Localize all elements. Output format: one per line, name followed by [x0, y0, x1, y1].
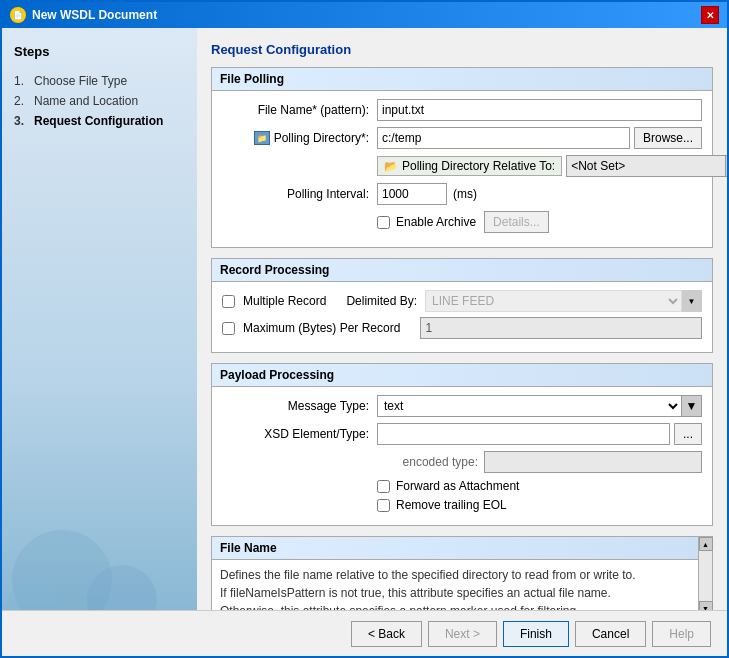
filename-label: File Name* (pattern): [222, 103, 377, 117]
info-panel: File Name Defines the file name relative… [211, 536, 713, 610]
polling-relative-inner: 📂 Polling Directory Relative To: [377, 156, 562, 176]
scroll-down-button[interactable]: ▼ [699, 601, 713, 610]
step-3-num: 3. [14, 114, 30, 128]
info-line-3: Otherwise, this attribute specifies a pa… [220, 602, 690, 610]
polling-interval-unit: (ms) [453, 187, 477, 201]
enable-archive-checkbox[interactable] [377, 216, 390, 229]
next-button[interactable]: Next > [428, 621, 497, 647]
relative-value-input [566, 155, 726, 177]
relative-dropdown-arrow[interactable]: ▼ [726, 155, 727, 177]
message-type-row: Message Type: text binary xml ▼ [222, 395, 702, 417]
info-panel-header: File Name [212, 537, 698, 560]
step-2-label: Name and Location [34, 94, 138, 108]
sidebar: Steps 1. Choose File Type 2. Name and Lo… [2, 28, 197, 610]
back-button[interactable]: < Back [351, 621, 422, 647]
browse-button[interactable]: Browse... [634, 127, 702, 149]
multiple-record-label: Multiple Record [243, 294, 326, 308]
scroll-up-button[interactable]: ▲ [699, 537, 713, 551]
xsd-row: XSD Element/Type: ... [222, 423, 702, 445]
polling-relative-row: 📂 Polling Directory Relative To: ▼ [377, 155, 702, 177]
max-bytes-label: Maximum (Bytes) Per Record [243, 321, 400, 335]
info-panel-text: Defines the file name relative to the sp… [212, 560, 698, 610]
xsd-input[interactable] [377, 423, 670, 445]
file-polling-body: File Name* (pattern): 📁 Polling Director… [212, 91, 712, 247]
payload-processing-body: Message Type: text binary xml ▼ XSD [212, 387, 712, 525]
xsd-label: XSD Element/Type: [222, 427, 377, 441]
file-polling-panel: File Polling File Name* (pattern): 📁 Pol… [211, 67, 713, 248]
step-3-label: Request Configuration [34, 114, 163, 128]
message-type-select-wrap: text binary xml ▼ [377, 395, 702, 417]
multiple-record-row: Multiple Record Delimited By: LINE FEED … [222, 290, 702, 312]
step-3: 3. Request Configuration [14, 111, 185, 131]
info-scrollbar: ▲ ▼ [698, 537, 712, 610]
payload-processing-panel: Payload Processing Message Type: text bi… [211, 363, 713, 526]
encoded-label: encoded type: [403, 455, 478, 469]
file-polling-header: File Polling [212, 68, 712, 91]
record-processing-body: Multiple Record Delimited By: LINE FEED … [212, 282, 712, 352]
sidebar-decoration [2, 490, 197, 610]
polling-dir-icon: 📁 [254, 131, 270, 145]
title-bar: 📄 New WSDL Document ✕ [2, 2, 727, 28]
polling-interval-label: Polling Interval: [222, 187, 377, 201]
payload-processing-header: Payload Processing [212, 364, 712, 387]
info-line-1: Defines the file name relative to the sp… [220, 566, 690, 584]
polling-dir-text: Polling Directory*: [274, 131, 369, 145]
main-content: Request Configuration File Polling File … [197, 28, 727, 610]
step-2: 2. Name and Location [14, 91, 185, 111]
message-type-select[interactable]: text binary xml [377, 395, 682, 417]
max-bytes-input[interactable] [420, 317, 702, 339]
delimited-select-wrap: LINE FEED ▼ [425, 290, 702, 312]
footer: < Back Next > Finish Cancel Help [2, 610, 727, 656]
remove-eol-row: Remove trailing EOL [377, 498, 702, 512]
finish-button[interactable]: Finish [503, 621, 569, 647]
polling-dir-label: 📁 Polling Directory*: [222, 131, 377, 145]
encoded-row: encoded type: [222, 451, 702, 473]
step-1-num: 1. [14, 74, 30, 88]
content-area: Steps 1. Choose File Type 2. Name and Lo… [2, 28, 727, 610]
window: 📄 New WSDL Document ✕ Steps 1. Choose Fi… [0, 0, 729, 658]
sidebar-title: Steps [14, 44, 185, 59]
enable-archive-label: Enable Archive [396, 215, 476, 229]
delimited-arrow: ▼ [682, 290, 702, 312]
multiple-record-checkbox[interactable] [222, 295, 235, 308]
delimited-select[interactable]: LINE FEED [425, 290, 682, 312]
help-button[interactable]: Help [652, 621, 711, 647]
encoded-input[interactable] [484, 451, 702, 473]
section-title: Request Configuration [211, 42, 713, 57]
polling-dir-input[interactable] [377, 127, 630, 149]
details-button[interactable]: Details... [484, 211, 549, 233]
polling-interval-input[interactable] [377, 183, 447, 205]
remove-eol-checkbox[interactable] [377, 499, 390, 512]
record-processing-header: Record Processing [212, 259, 712, 282]
steps-list: 1. Choose File Type 2. Name and Location… [14, 71, 185, 131]
message-type-arrow[interactable]: ▼ [682, 395, 702, 417]
info-panel-content: File Name Defines the file name relative… [212, 537, 698, 610]
info-line-2: If fileNameIsPattern is not true, this a… [220, 584, 690, 602]
remove-eol-label: Remove trailing EOL [396, 498, 507, 512]
close-button[interactable]: ✕ [701, 6, 719, 24]
forward-attachment-checkbox[interactable] [377, 480, 390, 493]
max-bytes-checkbox[interactable] [222, 322, 235, 335]
enable-archive-row: Enable Archive Details... [377, 211, 702, 233]
polling-dir-row: 📁 Polling Directory*: Browse... [222, 127, 702, 149]
xsd-ellipsis-button[interactable]: ... [674, 423, 702, 445]
filename-input[interactable] [377, 99, 702, 121]
polling-relative-icon: 📂 [384, 160, 398, 173]
max-bytes-row: Maximum (Bytes) Per Record [222, 317, 702, 339]
forward-attachment-row: Forward as Attachment [377, 479, 702, 493]
step-1-label: Choose File Type [34, 74, 127, 88]
polling-relative-label: Polling Directory Relative To: [402, 159, 555, 173]
step-1: 1. Choose File Type [14, 71, 185, 91]
title-bar-left: 📄 New WSDL Document [10, 7, 157, 23]
record-processing-panel: Record Processing Multiple Record Delimi… [211, 258, 713, 353]
cancel-button[interactable]: Cancel [575, 621, 646, 647]
step-2-num: 2. [14, 94, 30, 108]
delimited-label: Delimited By: [346, 294, 417, 308]
polling-interval-row: Polling Interval: (ms) [222, 183, 702, 205]
window-title: New WSDL Document [32, 8, 157, 22]
message-type-label: Message Type: [222, 399, 377, 413]
forward-attachment-label: Forward as Attachment [396, 479, 519, 493]
relative-select-wrap: ▼ [566, 155, 727, 177]
doc-icon: 📄 [10, 7, 26, 23]
filename-row: File Name* (pattern): [222, 99, 702, 121]
